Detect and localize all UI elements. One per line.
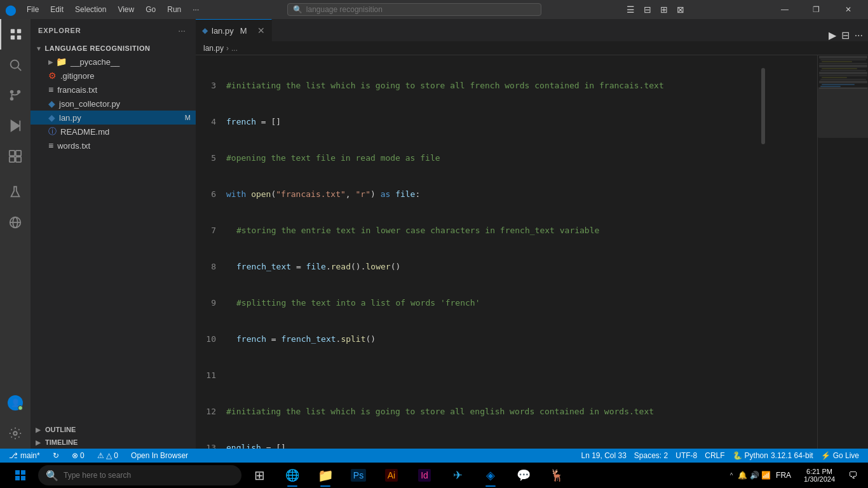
code-content: #splitting the text into a list of words… [226, 297, 817, 309]
taskbar-app9[interactable]: 🦌 [541, 463, 572, 488]
sidebar-item-readme[interactable]: ⓘ README.md [31, 125, 196, 139]
sidebar-more-button[interactable]: ··· [175, 24, 188, 37]
sidebar-item-gitignore[interactable]: ⚙ .gitignore [31, 69, 196, 83]
title-search-bar[interactable]: 🔍 [287, 3, 541, 16]
start-button[interactable] [5, 463, 36, 488]
minimize-button[interactable]: — [770, 0, 799, 19]
file-name-francais: francais.txt [57, 85, 97, 95]
app-icon: ⬤ [5, 4, 17, 16]
status-go-live[interactable]: ⚡ Go Live [817, 451, 863, 460]
taskbar-search[interactable]: 🔍 [38, 465, 241, 485]
taskbar-telegram[interactable]: ✈ [442, 463, 473, 488]
project-header[interactable]: ▼ LANGUAGE RECOGNISITION [31, 42, 196, 55]
status-spaces[interactable]: Spaces: 2 [630, 451, 672, 460]
activity-explorer[interactable] [0, 19, 31, 50]
sidebar-item-lan-py[interactable]: ◆ lan.py M [31, 111, 196, 125]
menu-more[interactable]: ··· [187, 4, 204, 15]
taskbar: 🔍 ⊞ 🌐 📁 Ps Ai Id ✈ ◈ 💬 🦌 ^ 🔔 🔊 📶 FRA [0, 463, 868, 488]
activity-settings[interactable] [0, 418, 31, 449]
tab-close-icon[interactable]: ✕ [257, 25, 265, 36]
status-line-ending[interactable]: CRLF [701, 451, 728, 460]
run-icon[interactable]: ▶ [829, 29, 836, 41]
menu-go[interactable]: Go [140, 4, 161, 15]
code-content: #opening the text file in read mode as f… [226, 152, 817, 164]
line-number: 4 [201, 116, 226, 128]
tab-lan-py[interactable]: ◆ lan.py M ✕ [196, 19, 272, 41]
breadcrumb-dots[interactable]: ... [231, 44, 238, 53]
taskbar-task-view[interactable]: ⊞ [244, 463, 275, 488]
breadcrumb-file[interactable]: lan.py [203, 44, 224, 53]
code-content: french = french_text.split() [226, 333, 817, 345]
system-tray[interactable]: ^ 🔔 🔊 📶 FRA [725, 471, 796, 480]
notification-button[interactable]: 🗨 [843, 463, 863, 488]
taskbar-search-input[interactable] [64, 471, 234, 480]
menu-run[interactable]: Run [162, 4, 186, 15]
svg-rect-1 [17, 29, 21, 33]
status-branch[interactable]: ⎇ main* [5, 449, 44, 463]
sidebar-item-words[interactable]: ≡ words.txt [31, 139, 196, 152]
outline-section[interactable]: ▶ OUTLINE [31, 423, 196, 436]
timeline-section[interactable]: ▶ TIMELINE [31, 436, 196, 449]
more-actions-icon[interactable]: ··· [855, 30, 863, 41]
timeline-label: TIMELINE [45, 438, 78, 446]
activity-flask[interactable] [0, 177, 31, 207]
line-number: 11 [201, 369, 226, 381]
activity-extensions[interactable] [0, 141, 31, 172]
file-name-words: words.txt [57, 141, 90, 151]
taskbar-indesign[interactable]: Id [409, 463, 440, 488]
line-number: 10 [201, 333, 226, 345]
code-line-12: 12 #initiating the list which is going t… [201, 405, 817, 417]
layout-sidebar-icon[interactable]: ☰ [624, 3, 637, 16]
sidebar-item-pycache[interactable]: ▶ 📁 __pycache__ [31, 55, 196, 69]
py-icon: ◆ [48, 98, 55, 109]
layout-editor-icon[interactable]: ⊟ [641, 3, 654, 16]
branch-name: main* [20, 451, 40, 460]
taskbar-vscode[interactable]: ◈ [475, 463, 506, 488]
clock[interactable]: 6:21 PM 1/30/2024 [799, 468, 840, 483]
taskbar-file-explorer[interactable]: 📁 [310, 463, 341, 488]
accounts-icon[interactable]: 👤 [0, 388, 31, 418]
tab-label: lan.py [212, 26, 234, 36]
code-area[interactable]: 3 #initiating the list which is going to… [196, 55, 817, 449]
scrollbar[interactable] [760, 55, 766, 449]
menu-view[interactable]: View [112, 4, 139, 15]
svg-rect-19 [15, 470, 20, 475]
activity-remote[interactable] [0, 207, 31, 238]
menu-bar: File Edit Selection View Go Run ··· [22, 4, 204, 15]
tray-chevron[interactable]: ^ [730, 472, 733, 479]
status-errors[interactable]: ⊗ 0 [68, 449, 88, 463]
menu-file[interactable]: File [22, 4, 44, 15]
menu-selection[interactable]: Selection [70, 4, 111, 15]
svg-point-6 [10, 90, 14, 94]
restore-button[interactable]: ❐ [802, 0, 831, 19]
tray-icons: 🔔 🔊 📶 [738, 471, 771, 480]
taskbar-messenger[interactable]: 💬 [508, 463, 539, 488]
activity-source-control[interactable] [0, 80, 31, 111]
sidebar-item-francais[interactable]: ≡ francais.txt [31, 83, 196, 97]
taskbar-photoshop[interactable]: Ps [343, 463, 374, 488]
layout-panel-icon[interactable]: ⊞ [658, 3, 670, 16]
scrollbar-thumb[interactable] [761, 68, 765, 144]
language-indicator[interactable]: FRA [776, 471, 791, 480]
layout-grid-icon[interactable]: ⊠ [674, 3, 687, 16]
taskbar-edge[interactable]: 🌐 [277, 463, 308, 488]
code-editor[interactable]: 3 #initiating the list which is going to… [196, 55, 817, 449]
file-name-gitignore: .gitignore [60, 71, 94, 81]
close-button[interactable]: ✕ [834, 0, 863, 19]
split-editor-icon[interactable]: ⊟ [841, 29, 850, 41]
title-search-input[interactable] [306, 5, 536, 14]
status-warnings[interactable]: ⚠ △ 0 [93, 449, 122, 463]
taskbar-illustrator[interactable]: Ai [376, 463, 407, 488]
status-encoding[interactable]: UTF-8 [672, 451, 701, 460]
sidebar-item-json-collector[interactable]: ◆ json_collector.py [31, 97, 196, 111]
app-indicator [287, 485, 297, 487]
activity-run[interactable] [0, 111, 31, 141]
status-position[interactable]: Ln 19, Col 33 [577, 451, 630, 460]
status-sync[interactable]: ↻ [49, 449, 63, 463]
layout-icons: ☰ ⊟ ⊞ ⊠ [624, 3, 687, 16]
menu-edit[interactable]: Edit [45, 4, 69, 15]
status-language[interactable]: 🐍 Python 3.12.1 64-bit [729, 451, 817, 460]
activity-search[interactable] [0, 50, 31, 80]
status-open-browser[interactable]: Open In Browser [127, 449, 192, 463]
svg-rect-12 [16, 151, 21, 156]
